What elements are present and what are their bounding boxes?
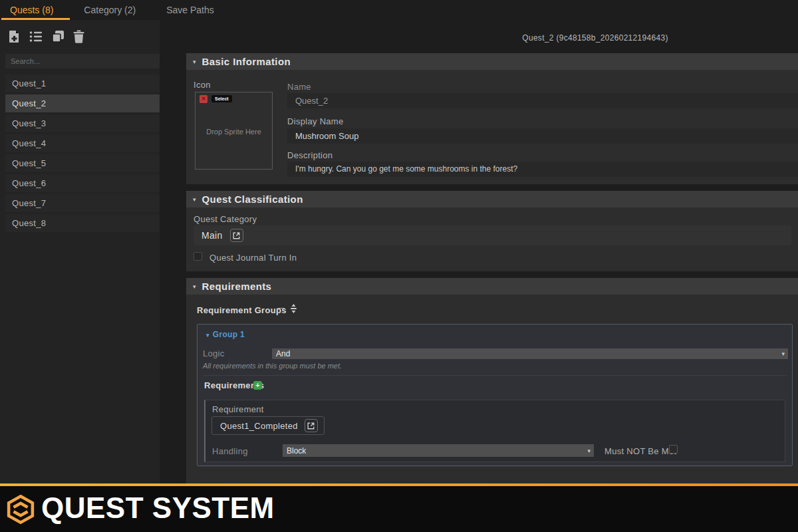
quest-classification-body: Quest Category Main Quest Journal Turn I… <box>186 207 798 271</box>
handling-label: Handling <box>212 446 248 456</box>
name-field: Quest_2 <box>287 93 798 108</box>
icon-label: Icon <box>194 80 211 90</box>
tab-bar: Quests (8) Category (2) Save Paths <box>0 0 798 20</box>
add-requirement-button[interactable]: + <box>253 381 262 390</box>
quest-sidebar: Quest_1 Quest_2 Quest_3 Quest_4 Quest_5 … <box>0 20 160 487</box>
requirement-object-field[interactable]: Quest1_Completed <box>211 416 325 435</box>
requirement-entry: Requirement Quest1_Completed Handling Bl… <box>204 400 785 462</box>
quest-toolbar <box>8 30 84 43</box>
quest-category-field[interactable]: Main <box>194 225 791 245</box>
requirements-body: Requirement Groups — ▾Group 1 Logic And … <box>186 295 798 484</box>
collapse-arrow-icon: ▾ <box>193 283 196 290</box>
section-quest-classification: ▾ Quest Classification Quest Category Ma… <box>186 191 798 271</box>
display-name-field[interactable]: Mushroom Soup <box>287 128 798 144</box>
logic-value: And <box>276 349 290 358</box>
quest-journal-label: Quest Journal Turn In <box>209 253 297 263</box>
brand-title: QUEST SYSTEM <box>41 491 275 525</box>
section-title: Requirements <box>202 281 272 292</box>
sprite-drop-zone[interactable]: ✕ Select Drop Sprite Here <box>195 92 273 170</box>
list-item[interactable]: Quest_8 <box>5 214 160 232</box>
dropdown-arrow-icon: ▾ <box>587 448 591 454</box>
quest-document-title: Quest_2 (9c48158b_20260212194643) <box>392 33 798 43</box>
collapse-arrow-icon: ▾ <box>193 196 196 203</box>
description-field[interactable]: I'm hungry. Can you go get me some mushr… <box>287 162 798 177</box>
list-item[interactable]: Quest_3 <box>5 114 160 132</box>
list-item[interactable]: Quest_1 <box>5 74 160 92</box>
group-foldout[interactable]: ▾Group 1 <box>206 330 245 339</box>
list-item[interactable]: Quest_7 <box>5 194 160 212</box>
tab-save-paths[interactable]: Save Paths <box>166 5 214 15</box>
name-label: Name <box>287 82 311 92</box>
requirement-label: Requirement <box>212 404 264 414</box>
requirements-header[interactable]: ▾ Requirements <box>186 278 798 295</box>
section-title: Basic Information <box>202 56 291 67</box>
quest-category-label: Quest Category <box>194 214 257 224</box>
footer-brand-bar: QUEST SYSTEM <box>0 486 798 532</box>
handling-value: Block <box>287 446 306 456</box>
must-not-be-met-label: Must NOT Be Met <box>604 446 676 456</box>
quest-category-value: Main <box>201 230 223 241</box>
logic-hint: All requirements in this group must be m… <box>203 362 342 370</box>
section-title: Quest Classification <box>202 194 303 205</box>
description-label: Description <box>287 150 332 160</box>
requirement-value: Quest1_Completed <box>220 421 298 431</box>
open-requirement-button[interactable] <box>305 419 318 432</box>
tab-category[interactable]: Category (2) <box>84 5 136 15</box>
clear-sprite-button[interactable]: ✕ <box>200 95 207 103</box>
list-icon[interactable] <box>29 31 43 43</box>
new-quest-icon[interactable] <box>8 30 21 43</box>
section-requirements: ▾ Requirements Requirement Groups — ▾Gro… <box>186 278 798 484</box>
section-basic-information: ▾ Basic Information Icon ✕ Select Drop S… <box>186 53 798 184</box>
quest-list: Quest_1 Quest_2 Quest_3 Quest_4 Quest_5 … <box>5 74 160 234</box>
group-arrow-icon: ▾ <box>206 332 209 338</box>
list-item[interactable]: Quest_5 <box>5 154 160 172</box>
remove-group-icon[interactable]: — <box>277 303 285 311</box>
must-not-be-met-checkbox[interactable] <box>669 445 678 454</box>
select-sprite-button[interactable]: Select <box>211 95 232 102</box>
duplicate-icon[interactable] <box>51 30 65 43</box>
quest-classification-header[interactable]: ▾ Quest Classification <box>186 191 798 207</box>
tab-quests[interactable]: Quests (8) <box>10 5 53 15</box>
handling-dropdown[interactable]: Block ▾ <box>283 444 594 457</box>
logic-label: Logic <box>203 348 225 358</box>
drop-sprite-hint: Drop Sprite Here <box>196 128 272 136</box>
dropdown-arrow-icon: ▾ <box>781 350 785 357</box>
open-category-button[interactable] <box>230 229 243 242</box>
basic-information-body: Icon ✕ Select Drop Sprite Here Name Ques… <box>186 70 798 184</box>
search-input[interactable] <box>5 54 160 68</box>
requirement-group-box: ▾Group 1 Logic And ▾ All requirements in… <box>197 324 793 466</box>
delete-icon[interactable] <box>73 30 84 43</box>
quest-journal-checkbox[interactable] <box>194 252 202 261</box>
display-name-label: Display Name <box>287 116 344 126</box>
requirement-groups-label: Requirement Groups <box>197 305 287 315</box>
quest-system-logo-icon <box>6 494 35 527</box>
list-item-selected[interactable]: Quest_2 <box>5 94 160 112</box>
divider <box>203 375 787 376</box>
reorder-groups-icon[interactable] <box>290 304 297 316</box>
collapse-arrow-icon: ▾ <box>193 59 196 65</box>
basic-information-header[interactable]: ▾ Basic Information <box>186 53 798 70</box>
logic-dropdown[interactable]: And ▾ <box>272 348 788 359</box>
list-item[interactable]: Quest_6 <box>5 174 160 192</box>
list-item[interactable]: Quest_4 <box>5 134 160 152</box>
